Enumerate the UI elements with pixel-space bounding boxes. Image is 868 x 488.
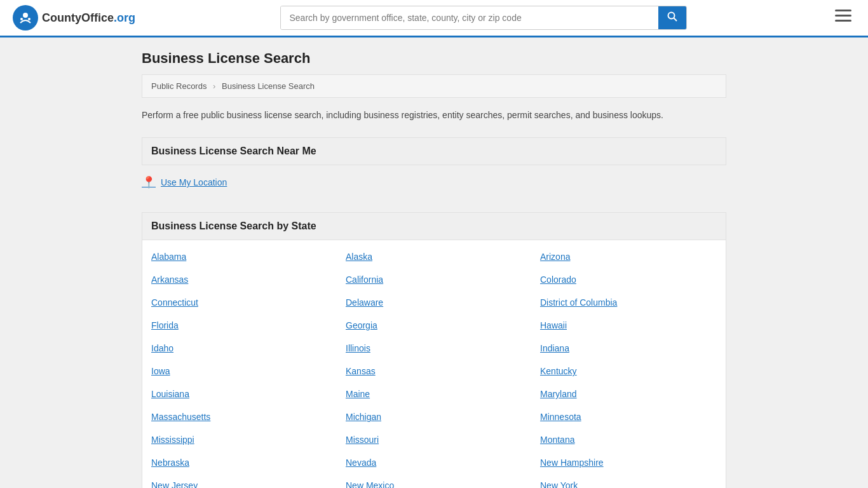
state-link-item: Kentucky — [531, 360, 726, 383]
state-link-item: Colorado — [531, 268, 726, 291]
search-input[interactable] — [281, 6, 658, 29]
state-link-item: Nebraska — [142, 451, 337, 474]
state-link[interactable]: Arizona — [540, 252, 570, 262]
state-link-item: Indiana — [531, 337, 726, 360]
state-link-item: Idaho — [142, 337, 337, 360]
state-link-item: Nevada — [337, 451, 531, 474]
pin-icon: 📍 — [142, 175, 156, 189]
state-link-item: Illinois — [337, 337, 531, 360]
state-link-item: Florida — [142, 314, 337, 337]
location-section: 📍 Use My Location — [142, 165, 726, 200]
state-link[interactable]: Louisiana — [151, 389, 189, 399]
state-link-item: Georgia — [337, 314, 531, 337]
header: CountyOffice.org — [0, 0, 868, 37]
state-link[interactable]: Illinois — [346, 343, 370, 353]
search-area — [280, 6, 687, 30]
logo-icon — [13, 5, 38, 30]
states-section: Business License Search by State Alabama… — [142, 212, 726, 488]
logo-text: CountyOffice.org — [42, 11, 135, 25]
state-link[interactable]: Colorado — [540, 274, 576, 285]
use-location-label: Use My Location — [161, 177, 227, 187]
state-link[interactable]: New Mexico — [346, 480, 394, 488]
state-link-item: Louisiana — [142, 383, 337, 405]
state-link[interactable]: Kansas — [346, 366, 376, 376]
state-link[interactable]: Michigan — [346, 412, 381, 422]
state-link-item: Missouri — [337, 428, 531, 451]
breadcrumb-current: Business License Search — [222, 81, 315, 91]
state-link-item: Maryland — [531, 383, 726, 405]
state-link[interactable]: Indiana — [540, 343, 569, 353]
svg-line-5 — [674, 18, 677, 22]
state-link[interactable]: Arkansas — [151, 274, 188, 285]
state-link-item: Mississippi — [142, 428, 337, 451]
state-link-item: Delaware — [337, 291, 531, 314]
logo-area: CountyOffice.org — [13, 5, 135, 30]
state-link-item: Minnesota — [531, 405, 726, 428]
state-link[interactable]: Maine — [346, 389, 370, 399]
search-button[interactable] — [658, 6, 686, 29]
breadcrumb-separator: › — [213, 81, 215, 91]
search-box — [280, 6, 687, 30]
state-link[interactable]: Alabama — [151, 252, 186, 262]
main-content: Business License Search Public Records ›… — [129, 37, 739, 488]
section-by-state-header: Business License Search by State — [142, 212, 726, 240]
svg-point-4 — [668, 13, 674, 19]
state-link[interactable]: Montana — [540, 435, 574, 445]
state-link[interactable]: Iowa — [151, 366, 170, 376]
page-title: Business License Search — [142, 50, 726, 67]
svg-rect-7 — [835, 15, 851, 17]
state-link[interactable]: Florida — [151, 320, 179, 330]
state-link[interactable]: Minnesota — [540, 412, 581, 422]
svg-point-3 — [28, 18, 31, 20]
state-link[interactable]: Alaska — [346, 252, 372, 262]
state-link[interactable]: Nebraska — [151, 458, 189, 468]
state-link-item: Arizona — [531, 245, 726, 268]
state-link[interactable]: New Hampshire — [540, 458, 604, 468]
state-link[interactable]: Delaware — [346, 297, 383, 308]
state-link-item: Connecticut — [142, 291, 337, 314]
state-link[interactable]: Hawaii — [540, 320, 567, 330]
state-link-item: New Hampshire — [531, 451, 726, 474]
state-link-item: Hawaii — [531, 314, 726, 337]
section-near-me-header: Business License Search Near Me — [142, 137, 726, 165]
state-link-item: Kansas — [337, 360, 531, 383]
page-description: Perform a free public business license s… — [142, 108, 726, 122]
state-link-item: District of Columbia — [531, 291, 726, 314]
state-link-item: New York — [531, 474, 726, 488]
state-link[interactable]: Georgia — [346, 320, 377, 330]
state-link[interactable]: Idaho — [151, 343, 173, 353]
svg-point-1 — [23, 13, 28, 18]
state-link[interactable]: Connecticut — [151, 297, 198, 308]
state-link[interactable]: New York — [540, 480, 578, 488]
svg-rect-8 — [835, 20, 851, 22]
hamburger-menu-icon[interactable] — [831, 6, 855, 30]
state-link[interactable]: District of Columbia — [540, 297, 617, 308]
state-link-item: Arkansas — [142, 268, 337, 291]
state-link-item: New Jersey — [142, 474, 337, 488]
state-link[interactable]: Kentucky — [540, 366, 577, 376]
state-link[interactable]: Massachusetts — [151, 412, 210, 422]
state-link-item: Massachusetts — [142, 405, 337, 428]
state-link[interactable]: California — [346, 274, 383, 285]
state-link[interactable]: Mississippi — [151, 435, 194, 445]
state-link-item: Maine — [337, 383, 531, 405]
state-link-item: Alabama — [142, 245, 337, 268]
state-link[interactable]: Nevada — [346, 458, 376, 468]
state-link-item: Iowa — [142, 360, 337, 383]
state-link-item: Montana — [531, 428, 726, 451]
svg-point-2 — [20, 18, 23, 20]
state-link-item: Alaska — [337, 245, 531, 268]
svg-rect-6 — [835, 10, 851, 11]
use-location-button[interactable]: 📍 Use My Location — [142, 175, 726, 189]
states-grid: AlabamaAlaskaArizonaArkansasCaliforniaCo… — [142, 240, 726, 488]
state-link[interactable]: Missouri — [346, 435, 379, 445]
state-link[interactable]: Maryland — [540, 389, 577, 399]
state-link[interactable]: New Jersey — [151, 480, 198, 488]
state-link-item: California — [337, 268, 531, 291]
breadcrumb-parent[interactable]: Public Records — [151, 81, 207, 91]
breadcrumb: Public Records › Business License Search — [142, 74, 726, 98]
state-link-item: New Mexico — [337, 474, 531, 488]
state-link-item: Michigan — [337, 405, 531, 428]
